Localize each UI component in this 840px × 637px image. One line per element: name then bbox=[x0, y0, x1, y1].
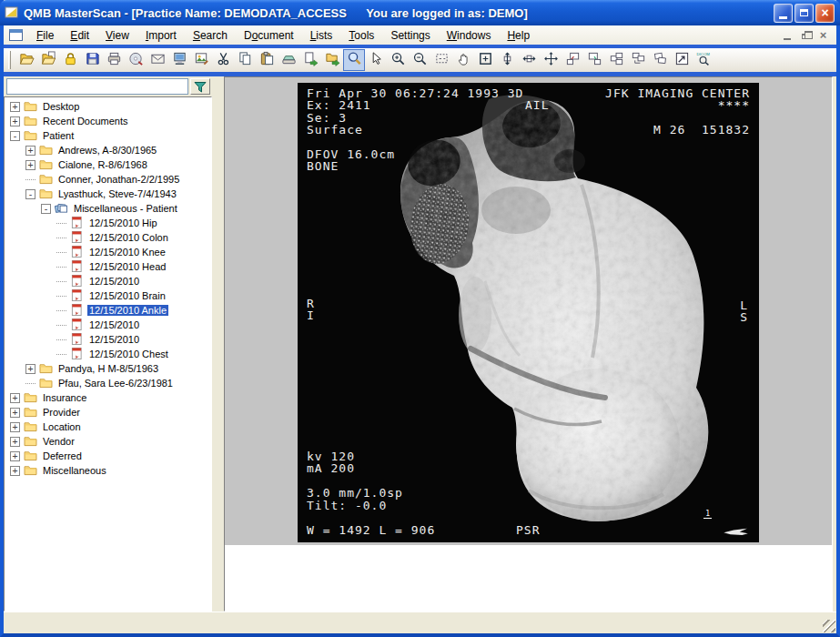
tree-item[interactable]: +Location bbox=[5, 420, 211, 434]
mdi-restore-button[interactable] bbox=[797, 28, 813, 42]
tree-item[interactable]: +Andrews, A-8/30/1965 bbox=[5, 143, 211, 157]
zoom-region-button[interactable] bbox=[474, 49, 496, 71]
tree-item[interactable]: +Deferred bbox=[5, 449, 211, 463]
filter-button[interactable] bbox=[190, 78, 210, 95]
search-button[interactable] bbox=[343, 49, 365, 71]
minimize-button[interactable] bbox=[774, 4, 793, 23]
tree-item[interactable]: +Cialone, R-8/6/1968 bbox=[5, 157, 211, 172]
tree-item[interactable]: -Patient bbox=[5, 128, 211, 143]
lock-button[interactable] bbox=[59, 49, 81, 71]
mdi-close-button[interactable]: × bbox=[815, 28, 831, 42]
open-folder-button[interactable] bbox=[15, 49, 37, 71]
tree-item[interactable]: +Provider bbox=[5, 405, 211, 420]
menu-item-lists[interactable]: Lists bbox=[302, 26, 341, 45]
expand-icon[interactable]: + bbox=[10, 451, 20, 461]
zoom-in-button[interactable] bbox=[387, 49, 409, 71]
scanner-button[interactable] bbox=[278, 49, 299, 71]
tree-item[interactable]: 12/15/2010 Chest bbox=[5, 347, 211, 361]
tree-item[interactable]: +Insurance bbox=[5, 390, 211, 405]
select-region-button[interactable] bbox=[430, 49, 452, 71]
menu-item-import[interactable]: Import bbox=[137, 26, 185, 45]
tree-item[interactable]: 12/15/2010 Head bbox=[5, 259, 211, 274]
fit-page-button[interactable] bbox=[540, 49, 562, 71]
menu-item-search[interactable]: Search bbox=[185, 26, 236, 45]
collapse-icon[interactable]: - bbox=[10, 131, 20, 141]
workstation-button[interactable] bbox=[168, 49, 190, 71]
tree-item[interactable]: 12/15/2010 bbox=[5, 274, 211, 288]
tree-item[interactable]: 12/15/2010 bbox=[5, 332, 211, 347]
expand-icon[interactable]: + bbox=[25, 160, 35, 170]
tree-item[interactable]: -Miscellaneous - Patient bbox=[5, 201, 211, 216]
folder-icon bbox=[24, 450, 38, 462]
expand-icon[interactable]: + bbox=[10, 408, 20, 418]
open-in-window-icon bbox=[674, 51, 690, 70]
expand-icon[interactable]: + bbox=[10, 466, 20, 476]
arrange-window-3-button[interactable] bbox=[605, 49, 627, 71]
tree-item[interactable]: 12/15/2010 Colon bbox=[5, 230, 211, 245]
print-button[interactable] bbox=[103, 49, 125, 71]
zoom-out-button[interactable] bbox=[409, 49, 430, 71]
fit-width-button[interactable] bbox=[518, 49, 540, 71]
tree-item[interactable]: -Lyasthuck, Steve-7/4/1943 bbox=[5, 187, 211, 201]
toolbar-grip[interactable] bbox=[8, 51, 11, 69]
tree-item[interactable]: 12/15/2010 Brain bbox=[5, 288, 211, 303]
fit-height-button[interactable] bbox=[496, 49, 518, 71]
menu-item-help[interactable]: Help bbox=[499, 26, 538, 45]
tree-item[interactable]: 12/15/2010 Hip bbox=[5, 216, 211, 230]
menu-item-settings[interactable]: Settings bbox=[382, 26, 438, 45]
menu-item-tools[interactable]: Tools bbox=[340, 26, 382, 45]
expand-icon[interactable]: + bbox=[10, 437, 20, 447]
tree-item[interactable]: Pfau, Sara Lee-6/23/1981 bbox=[5, 376, 211, 390]
pan-button[interactable] bbox=[452, 49, 474, 71]
mdi-document-icon[interactable] bbox=[9, 29, 23, 41]
collapse-icon[interactable]: - bbox=[41, 204, 51, 214]
paste-button[interactable] bbox=[256, 49, 278, 71]
arrange-window-2-button[interactable] bbox=[583, 49, 605, 71]
cut-button[interactable] bbox=[212, 49, 234, 71]
mdi-minimize-button[interactable] bbox=[779, 28, 794, 42]
save-button[interactable] bbox=[81, 49, 103, 71]
menu-item-document[interactable]: Document bbox=[236, 26, 302, 45]
expand-icon[interactable]: + bbox=[25, 146, 35, 156]
arrange-window-4-button[interactable] bbox=[627, 49, 649, 71]
expand-icon[interactable]: + bbox=[10, 116, 20, 126]
tree-item[interactable]: 12/15/2010 bbox=[5, 318, 211, 332]
expand-icon[interactable]: + bbox=[10, 102, 20, 112]
menu-item-edit[interactable]: Edit bbox=[62, 26, 97, 45]
menu-item-file[interactable]: File bbox=[28, 26, 62, 45]
tree-item[interactable]: +Pandya, H M-8/5/1963 bbox=[5, 361, 211, 376]
menu-item-windows[interactable]: Windows bbox=[439, 26, 500, 45]
import-document-button[interactable] bbox=[299, 49, 321, 71]
burn-cd-button[interactable] bbox=[125, 49, 147, 71]
tree-item[interactable]: 12/15/2010 Ankle bbox=[5, 303, 211, 318]
scan-header-left: Fri Apr 30 06:27:24 1993 3DEx: 2411Se: 3… bbox=[307, 87, 523, 173]
pointer-button[interactable] bbox=[365, 49, 387, 71]
filter-input[interactable] bbox=[6, 78, 188, 95]
image-edit-button[interactable] bbox=[190, 49, 212, 71]
maximize-button[interactable] bbox=[794, 4, 814, 23]
menu-item-view[interactable]: View bbox=[97, 26, 137, 45]
arrange-window-5-button[interactable] bbox=[649, 49, 671, 71]
close-button[interactable]: × bbox=[815, 4, 835, 23]
arrange-window-1-button[interactable] bbox=[562, 49, 583, 71]
open-in-window-button[interactable] bbox=[671, 49, 693, 71]
expand-icon[interactable]: + bbox=[10, 422, 20, 432]
expand-icon[interactable]: + bbox=[25, 364, 35, 374]
arrange-window-2-icon bbox=[587, 51, 602, 70]
tree-item[interactable]: +Miscellaneous bbox=[5, 463, 211, 478]
open-document-button[interactable] bbox=[37, 49, 59, 71]
dicom-viewer-button[interactable]: DICOM bbox=[693, 49, 714, 71]
resize-grip[interactable] bbox=[823, 620, 835, 632]
tree-item[interactable]: +Vendor bbox=[5, 434, 211, 449]
scan-image[interactable]: Fri Apr 30 06:27:24 1993 3DEx: 2411Se: 3… bbox=[298, 83, 759, 542]
tree-item[interactable]: 12/15/2010 Knee bbox=[5, 245, 211, 259]
panel-splitter[interactable] bbox=[212, 76, 224, 612]
tree-item[interactable]: +Recent Documents bbox=[5, 114, 211, 128]
export-folder-button[interactable] bbox=[321, 49, 343, 71]
copy-button[interactable] bbox=[234, 49, 256, 71]
tree-item[interactable]: +Desktop bbox=[5, 99, 211, 114]
email-button[interactable] bbox=[147, 49, 168, 71]
tree-item[interactable]: Conner, Jonathan-2/2/1995 bbox=[5, 172, 211, 187]
expand-icon[interactable]: + bbox=[10, 393, 20, 403]
collapse-icon[interactable]: - bbox=[25, 189, 35, 199]
